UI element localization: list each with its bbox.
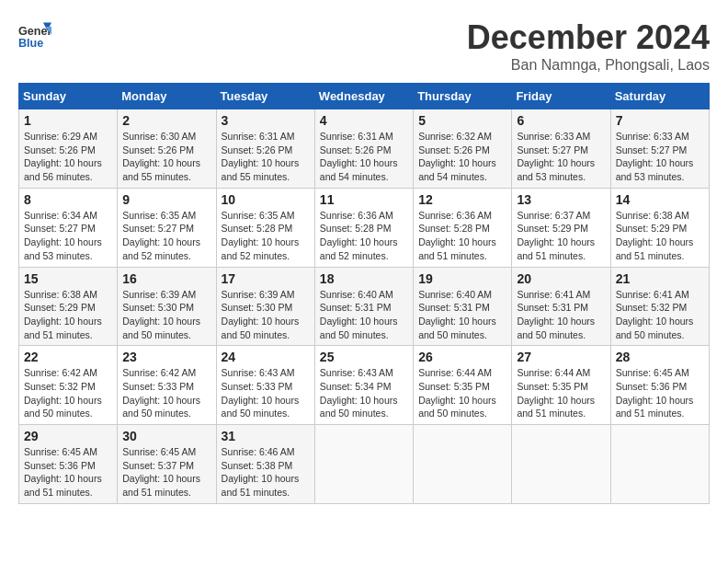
day-info: Sunrise: 6:40 AM Sunset: 5:31 PM Dayligh…: [418, 288, 506, 342]
calendar-cell: 28 Sunrise: 6:45 AM Sunset: 5:36 PM Dayl…: [610, 346, 709, 425]
day-number: 18: [320, 271, 408, 286]
day-info: Sunrise: 6:32 AM Sunset: 5:26 PM Dayligh…: [418, 130, 506, 184]
day-number: 24: [222, 350, 310, 364]
weekday-header-wednesday: Wednesday: [314, 84, 413, 109]
day-info: Sunrise: 6:40 AM Sunset: 5:31 PM Dayligh…: [320, 288, 408, 342]
day-number: 20: [517, 271, 605, 286]
day-number: 16: [122, 271, 210, 286]
calendar-cell: 24 Sunrise: 6:43 AM Sunset: 5:33 PM Dayl…: [216, 346, 314, 425]
day-number: 5: [418, 113, 506, 128]
calendar-cell: 12 Sunrise: 6:36 AM Sunset: 5:28 PM Dayl…: [414, 188, 512, 267]
weekday-header-monday: Monday: [118, 84, 216, 109]
calendar-cell: 27 Sunrise: 6:44 AM Sunset: 5:35 PM Dayl…: [512, 346, 610, 425]
day-info: Sunrise: 6:31 AM Sunset: 5:26 PM Dayligh…: [222, 130, 310, 184]
calendar-cell: 15 Sunrise: 6:38 AM Sunset: 5:29 PM Dayl…: [19, 267, 118, 346]
day-number: 8: [24, 192, 112, 207]
day-info: Sunrise: 6:29 AM Sunset: 5:26 PM Dayligh…: [24, 130, 112, 184]
day-number: 6: [517, 113, 605, 128]
calendar-cell: 6 Sunrise: 6:33 AM Sunset: 5:27 PM Dayli…: [512, 109, 610, 189]
day-info: Sunrise: 6:46 AM Sunset: 5:38 PM Dayligh…: [222, 445, 310, 500]
day-number: 26: [418, 350, 506, 364]
logo: General Blue: [18, 18, 51, 52]
calendar-cell: 19 Sunrise: 6:40 AM Sunset: 5:31 PM Dayl…: [414, 267, 512, 346]
day-number: 30: [122, 429, 210, 443]
calendar-cell: 11 Sunrise: 6:36 AM Sunset: 5:28 PM Dayl…: [314, 188, 413, 267]
calendar-cell: 17 Sunrise: 6:39 AM Sunset: 5:30 PM Dayl…: [216, 267, 314, 346]
day-number: 13: [517, 192, 605, 207]
calendar-cell: 16 Sunrise: 6:39 AM Sunset: 5:30 PM Dayl…: [118, 267, 216, 346]
day-info: Sunrise: 6:41 AM Sunset: 5:32 PM Dayligh…: [616, 288, 704, 342]
calendar-cell: 3 Sunrise: 6:31 AM Sunset: 5:26 PM Dayli…: [216, 109, 314, 189]
calendar-cell: 9 Sunrise: 6:35 AM Sunset: 5:27 PM Dayli…: [118, 188, 216, 267]
calendar-cell: [414, 425, 512, 504]
calendar-cell: 26 Sunrise: 6:44 AM Sunset: 5:35 PM Dayl…: [414, 346, 512, 425]
day-info: Sunrise: 6:42 AM Sunset: 5:33 PM Dayligh…: [122, 366, 210, 420]
logo-icon: General Blue: [18, 18, 51, 52]
calendar-week-row: 15 Sunrise: 6:38 AM Sunset: 5:29 PM Dayl…: [19, 267, 710, 346]
day-number: 23: [122, 350, 210, 364]
day-number: 7: [616, 113, 704, 128]
day-info: Sunrise: 6:33 AM Sunset: 5:27 PM Dayligh…: [517, 130, 605, 184]
calendar-cell: 18 Sunrise: 6:40 AM Sunset: 5:31 PM Dayl…: [314, 267, 413, 346]
day-number: 29: [24, 429, 112, 443]
calendar-cell: 10 Sunrise: 6:35 AM Sunset: 5:28 PM Dayl…: [216, 188, 314, 267]
day-number: 2: [122, 113, 210, 128]
day-info: Sunrise: 6:35 AM Sunset: 5:27 PM Dayligh…: [122, 209, 210, 263]
day-info: Sunrise: 6:35 AM Sunset: 5:28 PM Dayligh…: [222, 209, 310, 263]
month-title: December 2024: [467, 18, 710, 57]
day-info: Sunrise: 6:44 AM Sunset: 5:35 PM Dayligh…: [517, 366, 605, 420]
day-info: Sunrise: 6:30 AM Sunset: 5:26 PM Dayligh…: [122, 130, 210, 184]
title-block: December 2024 Ban Namnga, Phongsali, Lao…: [467, 18, 710, 74]
day-number: 27: [517, 350, 605, 364]
calendar-cell: 5 Sunrise: 6:32 AM Sunset: 5:26 PM Dayli…: [414, 109, 512, 189]
calendar-week-row: 22 Sunrise: 6:42 AM Sunset: 5:32 PM Dayl…: [19, 346, 710, 425]
calendar-cell: [512, 425, 610, 504]
weekday-header-tuesday: Tuesday: [216, 84, 314, 109]
location-subtitle: Ban Namnga, Phongsali, Laos: [467, 57, 710, 74]
weekday-header-saturday: Saturday: [610, 84, 709, 109]
day-info: Sunrise: 6:33 AM Sunset: 5:27 PM Dayligh…: [616, 130, 704, 184]
calendar-week-row: 8 Sunrise: 6:34 AM Sunset: 5:27 PM Dayli…: [19, 188, 710, 267]
calendar-cell: 23 Sunrise: 6:42 AM Sunset: 5:33 PM Dayl…: [118, 346, 216, 425]
day-number: 25: [320, 350, 408, 364]
day-info: Sunrise: 6:39 AM Sunset: 5:30 PM Dayligh…: [122, 288, 210, 342]
day-number: 12: [418, 192, 506, 207]
day-info: Sunrise: 6:38 AM Sunset: 5:29 PM Dayligh…: [616, 209, 704, 263]
calendar-cell: 8 Sunrise: 6:34 AM Sunset: 5:27 PM Dayli…: [19, 188, 118, 267]
calendar-cell: 22 Sunrise: 6:42 AM Sunset: 5:32 PM Dayl…: [19, 346, 118, 425]
day-info: Sunrise: 6:41 AM Sunset: 5:31 PM Dayligh…: [517, 288, 605, 342]
day-number: 19: [418, 271, 506, 286]
svg-text:Blue: Blue: [18, 37, 43, 50]
calendar-week-row: 29 Sunrise: 6:45 AM Sunset: 5:36 PM Dayl…: [19, 425, 710, 504]
day-info: Sunrise: 6:39 AM Sunset: 5:30 PM Dayligh…: [222, 288, 310, 342]
calendar-cell: 30 Sunrise: 6:45 AM Sunset: 5:37 PM Dayl…: [118, 425, 216, 504]
day-info: Sunrise: 6:43 AM Sunset: 5:33 PM Dayligh…: [222, 366, 310, 420]
calendar-cell: 31 Sunrise: 6:46 AM Sunset: 5:38 PM Dayl…: [216, 425, 314, 504]
day-info: Sunrise: 6:36 AM Sunset: 5:28 PM Dayligh…: [320, 209, 408, 263]
day-number: 17: [222, 271, 310, 286]
day-number: 22: [24, 350, 112, 364]
day-number: 15: [24, 271, 112, 286]
day-info: Sunrise: 6:43 AM Sunset: 5:34 PM Dayligh…: [320, 366, 408, 420]
weekday-header-friday: Friday: [512, 84, 610, 109]
day-number: 11: [320, 192, 408, 207]
day-info: Sunrise: 6:42 AM Sunset: 5:32 PM Dayligh…: [24, 366, 112, 420]
weekday-header-sunday: Sunday: [19, 84, 118, 109]
day-info: Sunrise: 6:44 AM Sunset: 5:35 PM Dayligh…: [418, 366, 506, 420]
weekday-header-thursday: Thursday: [414, 84, 512, 109]
day-info: Sunrise: 6:45 AM Sunset: 5:36 PM Dayligh…: [24, 445, 112, 500]
day-info: Sunrise: 6:45 AM Sunset: 5:37 PM Dayligh…: [122, 445, 210, 500]
day-number: 4: [320, 113, 408, 128]
calendar-cell: 1 Sunrise: 6:29 AM Sunset: 5:26 PM Dayli…: [19, 109, 118, 189]
day-info: Sunrise: 6:38 AM Sunset: 5:29 PM Dayligh…: [24, 288, 112, 342]
calendar-cell: 20 Sunrise: 6:41 AM Sunset: 5:31 PM Dayl…: [512, 267, 610, 346]
calendar-cell: 2 Sunrise: 6:30 AM Sunset: 5:26 PM Dayli…: [118, 109, 216, 189]
calendar-cell: 21 Sunrise: 6:41 AM Sunset: 5:32 PM Dayl…: [610, 267, 709, 346]
day-info: Sunrise: 6:31 AM Sunset: 5:26 PM Dayligh…: [320, 130, 408, 184]
day-number: 28: [616, 350, 704, 364]
day-number: 21: [616, 271, 704, 286]
day-number: 14: [616, 192, 704, 207]
calendar-cell: 4 Sunrise: 6:31 AM Sunset: 5:26 PM Dayli…: [314, 109, 413, 189]
day-number: 3: [222, 113, 310, 128]
calendar-table: SundayMondayTuesdayWednesdayThursdayFrid…: [18, 83, 710, 504]
